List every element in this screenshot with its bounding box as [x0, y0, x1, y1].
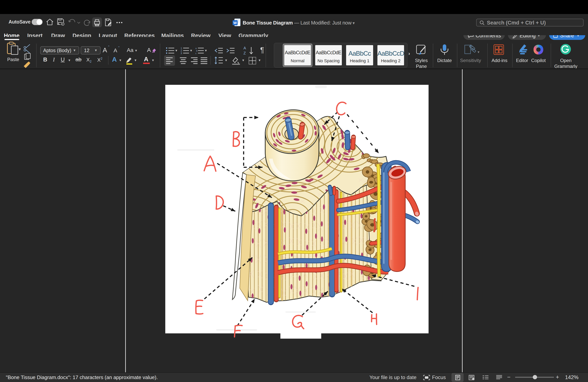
svg-text:b: b — [196, 50, 197, 52]
svg-text:3: 3 — [181, 52, 182, 55]
svg-text:Z: Z — [243, 51, 246, 55]
svg-text:1: 1 — [181, 47, 182, 50]
svg-text:2: 2 — [181, 49, 182, 52]
svg-text:c: c — [195, 52, 197, 54]
svg-text:A: A — [243, 46, 246, 50]
svg-text:a: a — [195, 47, 197, 49]
svg-text:W: W — [233, 21, 237, 25]
